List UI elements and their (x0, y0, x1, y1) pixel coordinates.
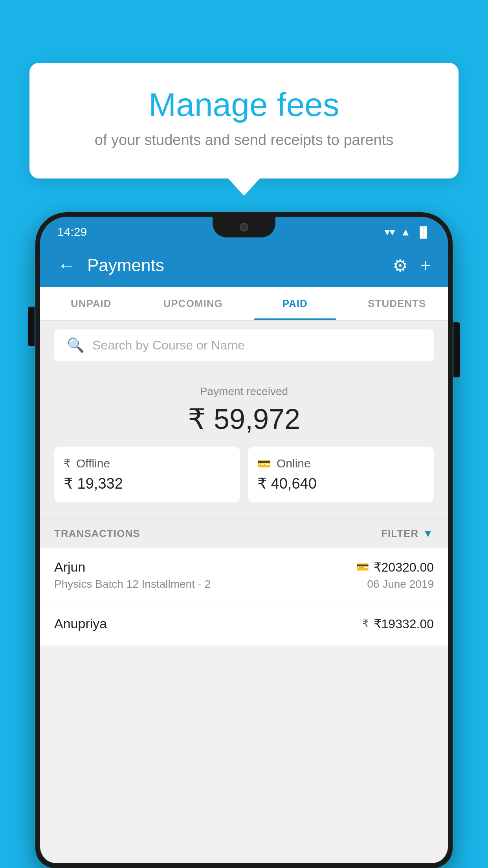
search-bar[interactable]: 🔍 Search by Course or Name (54, 329, 434, 361)
tab-unpaid[interactable]: UNPAID (40, 287, 142, 320)
offline-card-header: ₹ Offline (64, 457, 231, 470)
tab-upcoming[interactable]: UPCOMING (142, 287, 244, 320)
tooltip-card: Manage fees of your students and send re… (29, 63, 459, 178)
online-label: Online (277, 457, 311, 470)
phone-frame: 14:29 ▾▾ ▲ ▐▌ ← Payments ⚙ + UNPAID UPCO… (35, 212, 453, 868)
transaction-amount: ₹19332.00 (374, 616, 434, 631)
status-time: 14:29 (57, 225, 87, 239)
app-header: ← Payments ⚙ + (40, 244, 448, 287)
payment-total-amount: ₹ 59,972 (54, 403, 434, 436)
table-row[interactable]: Anupriya ₹ ₹19332.00 (40, 605, 448, 646)
transaction-amount-wrap: 💳 ₹20320.00 (356, 560, 434, 575)
search-container: 🔍 Search by Course or Name (40, 321, 448, 370)
filter-icon: ▼ (422, 527, 434, 540)
online-icon: 💳 (257, 457, 271, 470)
filter-label: FILTER (381, 528, 418, 540)
online-amount: ₹ 40,640 (257, 475, 424, 492)
page-title: Payments (87, 256, 382, 275)
offline-icon: ₹ (64, 457, 71, 470)
transaction-row-top: Arjun 💳 ₹20320.00 (54, 559, 434, 575)
settings-icon[interactable]: ⚙ (393, 256, 408, 276)
phone-notch (213, 217, 275, 237)
transaction-amount: ₹20320.00 (374, 560, 434, 575)
tab-students[interactable]: STUDENTS (346, 287, 448, 320)
card-pay-icon: 💳 (356, 561, 369, 573)
search-icon: 🔍 (67, 337, 84, 353)
battery-icon: ▐▌ (416, 226, 431, 238)
offline-label: Offline (76, 457, 110, 470)
payment-received-label: Payment received (54, 385, 434, 398)
transactions-header: TRANSACTIONS FILTER ▼ (40, 518, 448, 548)
transaction-name: Arjun (54, 559, 85, 575)
table-row[interactable]: Arjun 💳 ₹20320.00 Physics Batch 12 Insta… (40, 548, 448, 605)
back-button[interactable]: ← (57, 256, 76, 275)
transactions-label: TRANSACTIONS (54, 528, 140, 540)
online-card-header: 💳 Online (257, 457, 424, 470)
online-payment-card: 💳 Online ₹ 40,640 (248, 447, 434, 502)
transaction-amount-wrap: ₹ ₹19332.00 (362, 616, 434, 631)
offline-pay-icon: ₹ (362, 618, 369, 630)
transaction-course: Physics Batch 12 Installment - 2 (54, 578, 211, 590)
offline-payment-card: ₹ Offline ₹ 19,332 (54, 447, 240, 502)
transaction-name: Anupriya (54, 616, 107, 631)
phone-screen: 14:29 ▾▾ ▲ ▐▌ ← Payments ⚙ + UNPAID UPCO… (40, 217, 448, 863)
tabs-bar: UNPAID UPCOMING PAID STUDENTS (40, 287, 448, 321)
offline-amount: ₹ 19,332 (64, 475, 231, 492)
tooltip-title: Manage fees (61, 86, 427, 123)
camera-dot (240, 223, 248, 232)
signal-icon: ▲ (400, 226, 411, 238)
header-actions: ⚙ + (393, 256, 431, 276)
tab-paid[interactable]: PAID (244, 287, 346, 320)
payment-summary: Payment received ₹ 59,972 ₹ Offline ₹ 19… (40, 370, 448, 518)
status-icons: ▾▾ ▲ ▐▌ (385, 226, 431, 238)
transaction-row-bottom: Physics Batch 12 Installment - 2 06 June… (54, 578, 434, 590)
payment-cards: ₹ Offline ₹ 19,332 💳 Online ₹ 40,640 (54, 447, 434, 502)
tooltip-subtitle: of your students and send receipts to pa… (61, 130, 427, 151)
filter-button[interactable]: FILTER ▼ (381, 527, 434, 540)
wifi-icon: ▾▾ (385, 226, 395, 238)
search-placeholder: Search by Course or Name (92, 338, 245, 353)
transaction-row-top: Anupriya ₹ ₹19332.00 (54, 616, 434, 631)
add-button[interactable]: + (420, 256, 431, 275)
transaction-date: 06 June 2019 (367, 578, 434, 590)
transaction-list: Arjun 💳 ₹20320.00 Physics Batch 12 Insta… (40, 548, 448, 646)
